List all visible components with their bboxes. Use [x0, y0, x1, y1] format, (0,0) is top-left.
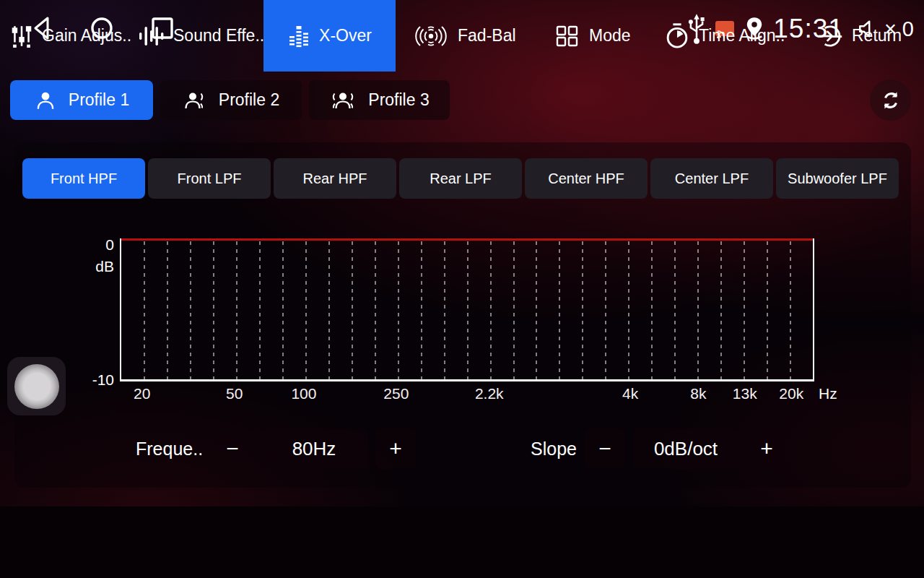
gridline	[628, 241, 629, 379]
x-tick-label: 50	[226, 385, 243, 402]
gridline	[490, 241, 492, 379]
filter-tab-label: Rear LPF	[430, 171, 492, 187]
x-tick-label: 250	[383, 385, 409, 402]
filter-tab-center-lpf[interactable]: Center LPF	[650, 158, 773, 199]
gridline	[167, 241, 168, 379]
nav-gain-adjust[interactable]: Gain Adjus..	[10, 0, 131, 72]
gridline	[467, 241, 468, 379]
gridline	[213, 241, 214, 379]
x-tick-label: 20	[134, 385, 150, 402]
slope-value: 0dB/oct	[632, 428, 739, 469]
x-tick-label: 4k	[622, 385, 638, 402]
frequency-label: Freque..	[136, 428, 203, 469]
gridline	[259, 241, 261, 379]
nav-label: Time Align..	[699, 26, 785, 46]
fader-balance-icon	[413, 23, 449, 49]
gridline	[720, 241, 722, 379]
nav-label: Fad-Bal	[458, 26, 516, 46]
x-tick-label: 100	[291, 385, 316, 402]
nav-label: Gain Adjus..	[42, 26, 131, 46]
profile-tab-2[interactable]: Profile 2	[160, 80, 302, 120]
frequency-value: 80Hz	[260, 428, 368, 469]
slope-plus-button[interactable]: +	[746, 428, 787, 469]
y-axis-min-label: -10	[81, 371, 114, 389]
nav-sound-effect[interactable]: Sound Effe..	[139, 0, 264, 72]
filter-tab-rear-hpf[interactable]: Rear HPF	[274, 158, 396, 199]
gridline	[282, 241, 284, 379]
nav-label: Return	[852, 26, 902, 46]
gridline	[605, 241, 606, 379]
nav-mode[interactable]: Mode	[554, 0, 631, 72]
mode-grid-icon	[554, 23, 580, 49]
gridline	[421, 241, 422, 379]
sync-button[interactable]	[870, 79, 911, 121]
frequency-minus-button[interactable]: −	[212, 428, 253, 469]
nav-xover[interactable]: X-Over	[263, 0, 396, 72]
gain-sliders-icon	[10, 24, 33, 48]
nav-fad-bal[interactable]: Fad-Bal	[413, 0, 516, 72]
gridline	[790, 241, 791, 379]
x-tick-label: 2.2k	[475, 385, 504, 402]
sync-icon	[879, 88, 903, 113]
filter-tab-label: Rear HPF	[303, 171, 367, 187]
filter-tab-subwoofer-lpf[interactable]: Subwoofer LPF	[776, 158, 899, 199]
gridline	[305, 241, 307, 379]
gridline	[375, 241, 376, 379]
sound-wave-icon	[139, 24, 165, 48]
equalizer-icon	[287, 25, 310, 48]
y-axis-unit-label: dB	[81, 258, 114, 275]
x-axis-labels: 20501002502.2k4k8k13k20k	[120, 385, 814, 404]
gridline	[190, 241, 191, 379]
filter-tab-front-lpf[interactable]: Front LPF	[148, 158, 271, 199]
profile-tab-label: Profile 1	[69, 90, 129, 110]
x-tick-label: 20k	[779, 385, 803, 402]
nav-label: X-Over	[319, 26, 372, 46]
floating-knob-widget[interactable]	[7, 357, 66, 415]
gridline	[744, 241, 745, 379]
slope-label: Slope	[531, 428, 577, 469]
filter-tab-front-hpf[interactable]: Front HPF	[22, 158, 145, 199]
gridline	[328, 241, 330, 379]
plot-area	[120, 238, 814, 381]
profile-tab-label: Profile 2	[219, 90, 279, 110]
gridline	[651, 241, 653, 379]
profile-tab-label: Profile 3	[368, 90, 429, 110]
gridline	[536, 241, 537, 379]
gridline	[767, 241, 768, 379]
nav-label: Sound Effe..	[173, 26, 264, 46]
gridline	[559, 241, 560, 379]
profile-tab-3[interactable]: Profile 3	[309, 80, 450, 120]
filter-tab-label: Front HPF	[51, 171, 117, 187]
nav-time-align[interactable]: Time Align..	[664, 0, 785, 72]
frequency-plus-button[interactable]: +	[375, 428, 416, 469]
profile-tab-1[interactable]: Profile 1	[10, 80, 153, 120]
gridline	[674, 241, 676, 379]
slope-minus-button[interactable]: −	[585, 428, 625, 469]
filter-tab-center-hpf[interactable]: Center HPF	[525, 158, 648, 199]
return-icon	[817, 23, 843, 49]
stopwatch-icon	[664, 22, 690, 50]
bottom-nav-bar	[0, 506, 924, 578]
gridline	[697, 241, 699, 379]
x-tick-label: 13k	[733, 385, 757, 402]
filter-tab-rear-lpf[interactable]: Rear LPF	[399, 158, 522, 199]
y-axis-max-label: 0	[81, 236, 114, 254]
response-curve	[121, 238, 813, 241]
user-icon	[34, 89, 57, 112]
x-tick-label: 8k	[690, 385, 706, 402]
gridline	[144, 241, 145, 379]
gridline	[582, 241, 583, 379]
gridline	[513, 241, 515, 379]
gridline	[236, 241, 237, 379]
user-3-icon	[329, 89, 357, 112]
x-axis-unit-label: Hz	[819, 385, 837, 402]
nav-return[interactable]: Return	[817, 0, 902, 72]
gridline	[444, 241, 445, 379]
filter-tab-label: Front LPF	[178, 171, 242, 187]
filter-tab-label: Center LPF	[675, 171, 749, 187]
nav-label: Mode	[589, 26, 631, 46]
filter-tab-label: Subwoofer LPF	[788, 171, 887, 187]
knob-icon	[14, 364, 59, 409]
gridline	[398, 241, 399, 379]
filter-tab-label: Center HPF	[548, 171, 624, 187]
